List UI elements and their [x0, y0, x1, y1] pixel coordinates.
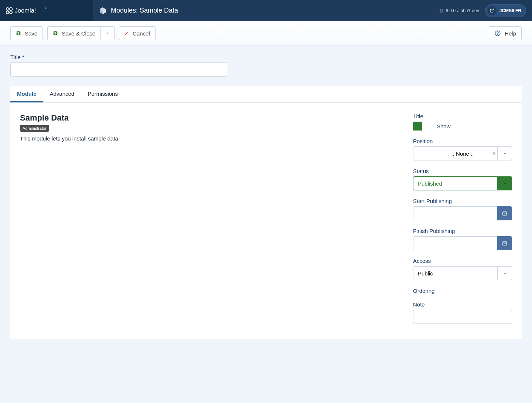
- top-bar: Joomla! ® Modules: Sample Data 6.0.0-alp…: [0, 0, 532, 21]
- svg-point-9: [442, 11, 443, 12]
- site-name: JCMS6 FR: [499, 8, 521, 13]
- svg-rect-19: [504, 214, 505, 214]
- title-field-label: Title *: [10, 54, 522, 60]
- module-scope-badge: Administrator: [20, 125, 49, 132]
- title-show-toggle[interactable]: [413, 122, 432, 131]
- save-dropdown-button[interactable]: [101, 26, 115, 40]
- cancel-label: Cancel: [133, 30, 150, 37]
- finish-publishing-calendar-button[interactable]: [497, 236, 512, 250]
- save-button[interactable]: Save: [10, 26, 43, 40]
- calendar-icon: [502, 241, 507, 246]
- ordering-label: Ordering: [413, 288, 512, 294]
- save-icon: [16, 31, 21, 36]
- content-area: Title * Module Advanced Permissions Samp…: [0, 46, 532, 353]
- title-toggle-state: Show: [437, 123, 451, 129]
- option-note: Note: [413, 301, 512, 324]
- svg-point-1: [10, 7, 12, 10]
- tabs: Module Advanced Permissions: [10, 86, 522, 103]
- help-label: Help: [505, 30, 516, 37]
- option-status: Status: [413, 168, 512, 190]
- start-publishing-input[interactable]: [413, 206, 497, 220]
- title-input[interactable]: [10, 62, 227, 77]
- svg-point-6: [440, 9, 441, 10]
- option-title-label: Title: [413, 113, 512, 119]
- access-select[interactable]: [413, 266, 512, 280]
- module-description: This module lets you install sample data…: [20, 135, 398, 142]
- position-clear-icon[interactable]: ×: [493, 150, 496, 156]
- finish-publishing-label: Finish Publishing: [413, 228, 512, 234]
- finish-publishing-input[interactable]: [413, 236, 497, 250]
- calendar-icon: [502, 211, 507, 216]
- svg-rect-18: [504, 214, 504, 214]
- help-button[interactable]: Help: [489, 26, 522, 40]
- position-select[interactable]: [413, 146, 512, 160]
- option-finish-publishing: Finish Publishing: [413, 228, 512, 250]
- svg-point-3: [10, 11, 12, 13]
- close-icon: [125, 31, 129, 35]
- svg-point-2: [6, 11, 9, 13]
- svg-rect-20: [505, 214, 506, 214]
- access-label: Access: [413, 258, 512, 264]
- joomla-logo-icon: Joomla! ®: [5, 7, 52, 15]
- chevron-down-icon: [105, 31, 110, 35]
- svg-rect-27: [505, 244, 506, 244]
- module-info: Sample Data Administrator This module le…: [20, 113, 398, 324]
- note-input[interactable]: [413, 310, 512, 324]
- tab-content: Sample Data Administrator This module le…: [10, 103, 522, 339]
- svg-text:®: ®: [45, 7, 46, 10]
- tab-module[interactable]: Module: [10, 86, 43, 102]
- start-publishing-calendar-button[interactable]: [497, 206, 512, 220]
- option-access: Access: [413, 258, 512, 280]
- note-label: Note: [413, 301, 512, 308]
- option-ordering: Ordering: [413, 288, 512, 294]
- page-title: Modules: Sample Data: [111, 7, 178, 14]
- site-link-badge[interactable]: JCMS6 FR: [485, 4, 526, 17]
- svg-rect-25: [504, 244, 504, 244]
- option-start-publishing: Start Publishing: [413, 198, 512, 220]
- module-name: Sample Data: [20, 113, 398, 123]
- cancel-button[interactable]: Cancel: [119, 26, 156, 40]
- external-link-icon: [488, 6, 497, 15]
- start-publishing-label: Start Publishing: [413, 198, 512, 204]
- svg-text:Joomla!: Joomla!: [15, 7, 36, 13]
- save-label: Save: [25, 30, 37, 37]
- version-text: 6.0.0-alpha1-dev: [446, 8, 479, 13]
- svg-point-13: [498, 34, 498, 35]
- save-close-icon: [53, 31, 58, 36]
- option-title: Title Show: [413, 113, 512, 131]
- position-label: Position: [413, 138, 512, 144]
- svg-point-0: [6, 7, 9, 10]
- tabs-panel: Module Advanced Permissions Sample Data …: [10, 86, 522, 339]
- help-icon: [494, 30, 501, 37]
- version-info[interactable]: 6.0.0-alpha1-dev: [439, 8, 479, 13]
- tab-advanced[interactable]: Advanced: [43, 86, 81, 102]
- save-close-group: Save & Close: [47, 26, 115, 40]
- tab-permissions[interactable]: Permissions: [81, 86, 125, 102]
- page-title-wrap: Modules: Sample Data: [93, 7, 439, 14]
- module-options-sidebar: Title Show Position ×: [413, 113, 512, 324]
- status-select[interactable]: [413, 176, 512, 190]
- brand-logo[interactable]: Joomla! ®: [0, 0, 93, 21]
- joomla-mark-icon: [439, 9, 444, 13]
- module-icon: [99, 7, 106, 14]
- topbar-right: 6.0.0-alpha1-dev JCMS6 FR: [439, 4, 532, 17]
- save-close-label: Save & Close: [62, 30, 95, 37]
- option-position: Position ×: [413, 138, 512, 160]
- svg-rect-26: [504, 244, 505, 244]
- svg-point-7: [442, 9, 443, 10]
- action-toolbar: Save Save & Close Cancel Help: [0, 21, 532, 46]
- save-close-button[interactable]: Save & Close: [47, 26, 101, 40]
- status-label: Status: [413, 168, 512, 174]
- svg-point-8: [440, 11, 441, 12]
